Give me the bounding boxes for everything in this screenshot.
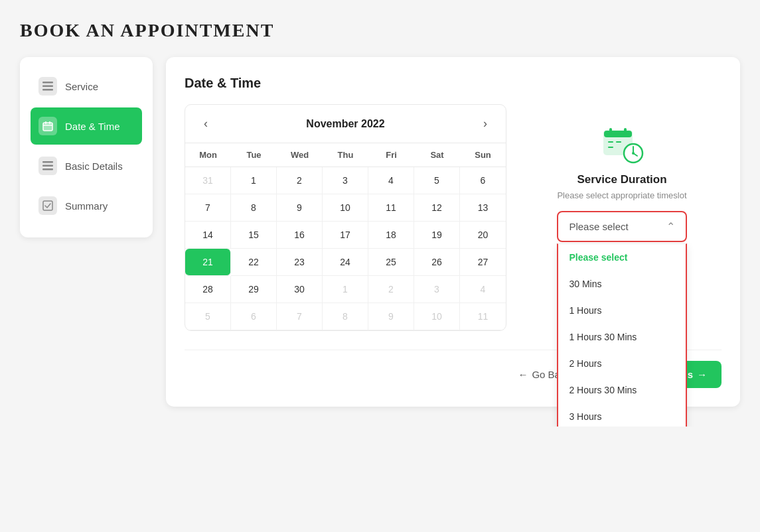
service-duration-subtitle: Please select appropriate timeslot xyxy=(557,190,686,200)
right-panel: Service Duration Please select appropria… xyxy=(522,104,722,331)
svg-rect-1 xyxy=(42,86,53,88)
calendar-cell-3-3[interactable]: 24 xyxy=(323,249,368,276)
calendar-day-headers: Mon Tue Wed Thu Fri Sat Sun xyxy=(185,143,506,167)
calendar-cell-5-2[interactable]: 7 xyxy=(277,303,323,330)
sidebar-item-service[interactable]: Service xyxy=(31,68,142,105)
calendar-cell-4-0[interactable]: 28 xyxy=(185,276,231,303)
svg-rect-13 xyxy=(609,128,612,133)
calendar-cell-2-6[interactable]: 20 xyxy=(460,222,506,249)
summary-icon xyxy=(38,196,57,215)
svg-rect-14 xyxy=(624,128,627,133)
day-header-fri: Fri xyxy=(368,143,414,167)
day-header-mon: Mon xyxy=(185,143,231,167)
dropdown-option-2[interactable]: 1 Hours xyxy=(558,297,685,324)
calendar-dates: 3112345678910111213141516171819202122232… xyxy=(185,167,506,330)
day-header-wed: Wed xyxy=(277,143,323,167)
sidebar-service-label: Service xyxy=(65,81,98,92)
calendar-cell-1-3[interactable]: 10 xyxy=(323,194,368,222)
calendar-cell-3-1[interactable]: 22 xyxy=(231,249,277,276)
page-title: BOOK AN APPOINTMENT xyxy=(20,20,740,41)
calendar-cell-3-4[interactable]: 25 xyxy=(368,249,414,276)
sidebar-item-basic-details[interactable]: Basic Details xyxy=(31,147,142,184)
calendar-cell-3-0[interactable]: 21 xyxy=(185,249,231,276)
svg-rect-17 xyxy=(608,147,613,148)
calendar-cell-1-1[interactable]: 8 xyxy=(231,194,277,222)
svg-rect-7 xyxy=(42,161,53,163)
calendar-cell-3-6[interactable]: 27 xyxy=(460,249,506,276)
duration-icon-area: Service Duration Please select appropria… xyxy=(544,104,700,255)
calendar-cell-4-3[interactable]: 1 xyxy=(323,276,368,303)
sidebar: Service Date & Time Basic D xyxy=(20,57,153,237)
calendar-cell-3-5[interactable]: 26 xyxy=(414,249,460,276)
svg-rect-10 xyxy=(43,201,52,210)
main-content-panel: Date & Time ‹ November 2022 › Mon Tue We… xyxy=(166,57,740,407)
main-layout: Service Date & Time Basic D xyxy=(20,57,740,407)
calendar-cell-0-1[interactable]: 1 xyxy=(231,167,277,194)
calendar-cell-1-0[interactable]: 7 xyxy=(185,194,231,222)
calendar-cell-5-1[interactable]: 6 xyxy=(231,303,277,330)
sidebar-item-datetime[interactable]: Date & Time xyxy=(31,107,142,145)
svg-rect-16 xyxy=(616,141,621,143)
svg-rect-2 xyxy=(42,89,53,91)
svg-rect-8 xyxy=(42,165,53,167)
calendar-cell-4-2[interactable]: 30 xyxy=(277,276,323,303)
svg-rect-3 xyxy=(43,123,52,131)
svg-rect-9 xyxy=(42,168,53,170)
calendar-wrapper: ‹ November 2022 › Mon Tue Wed Thu Fri Sa… xyxy=(185,104,506,331)
day-header-tue: Tue xyxy=(231,143,277,167)
calendar-cell-4-1[interactable]: 29 xyxy=(231,276,277,303)
calendar-cell-0-0[interactable]: 31 xyxy=(185,167,231,194)
dropdown-option-6[interactable]: 3 Hours xyxy=(558,403,685,427)
calendar-cell-5-4[interactable]: 9 xyxy=(368,303,414,330)
calendar-cell-2-4[interactable]: 18 xyxy=(368,222,414,249)
sidebar-item-summary[interactable]: Summary xyxy=(31,187,142,224)
back-arrow-icon: ← xyxy=(518,369,528,380)
calendar-cell-0-2[interactable]: 2 xyxy=(277,167,323,194)
duration-dropdown-trigger[interactable]: Please select ⌃ xyxy=(557,211,686,242)
day-header-thu: Thu xyxy=(323,143,368,167)
dropdown-option-0[interactable]: Please select xyxy=(558,244,685,271)
calendar-cell-1-2[interactable]: 9 xyxy=(277,194,323,222)
calendar-cell-0-3[interactable]: 3 xyxy=(323,167,368,194)
calendar-cell-4-4[interactable]: 2 xyxy=(368,276,414,303)
content-grid: ‹ November 2022 › Mon Tue Wed Thu Fri Sa… xyxy=(185,104,722,331)
dropdown-option-5[interactable]: 2 Hours 30 Mins xyxy=(558,377,685,403)
calendar-cell-1-4[interactable]: 11 xyxy=(368,194,414,222)
svg-rect-4 xyxy=(45,121,46,124)
section-title: Date & Time xyxy=(185,76,722,91)
dropdown-option-3[interactable]: 1 Hours 30 Mins xyxy=(558,324,685,350)
calendar-cell-1-5[interactable]: 12 xyxy=(414,194,460,222)
svg-rect-15 xyxy=(608,141,613,143)
calendar-cell-0-4[interactable]: 4 xyxy=(368,167,414,194)
dropdown-selected-label: Please select xyxy=(569,221,628,232)
duration-dropdown-container: Please select ⌃ Please select30 Mins1 Ho… xyxy=(557,211,686,242)
svg-rect-0 xyxy=(42,82,53,84)
svg-rect-6 xyxy=(43,125,52,126)
calendar-cell-2-5[interactable]: 19 xyxy=(414,222,460,249)
dropdown-option-1[interactable]: 30 Mins xyxy=(558,271,685,297)
calendar-cell-0-5[interactable]: 5 xyxy=(414,167,460,194)
calendar-cell-4-5[interactable]: 3 xyxy=(414,276,460,303)
service-icon xyxy=(38,77,57,96)
calendar-cell-5-3[interactable]: 8 xyxy=(323,303,368,330)
next-month-button[interactable]: › xyxy=(478,114,493,133)
clock-calendar-icon xyxy=(599,124,645,164)
calendar-cell-0-6[interactable]: 6 xyxy=(460,167,506,194)
prev-month-button[interactable]: ‹ xyxy=(198,114,213,133)
calendar-cell-2-2[interactable]: 16 xyxy=(277,222,323,249)
calendar-cell-3-2[interactable]: 23 xyxy=(277,249,323,276)
sidebar-datetime-label: Date & Time xyxy=(65,121,120,132)
dropdown-option-4[interactable]: 2 Hours xyxy=(558,350,685,377)
calendar-cell-5-5[interactable]: 10 xyxy=(414,303,460,330)
calendar-cell-1-6[interactable]: 13 xyxy=(460,194,506,222)
svg-rect-12 xyxy=(604,131,632,137)
datetime-icon xyxy=(38,117,57,135)
calendar-cell-5-6[interactable]: 11 xyxy=(460,303,506,330)
service-duration-title: Service Duration xyxy=(577,173,666,186)
calendar-cell-2-1[interactable]: 15 xyxy=(231,222,277,249)
calendar-cell-2-0[interactable]: 14 xyxy=(185,222,231,249)
calendar-cell-2-3[interactable]: 17 xyxy=(323,222,368,249)
sidebar-summary-label: Summary xyxy=(65,200,108,212)
calendar-cell-4-6[interactable]: 4 xyxy=(460,276,506,303)
calendar-cell-5-0[interactable]: 5 xyxy=(185,303,231,330)
